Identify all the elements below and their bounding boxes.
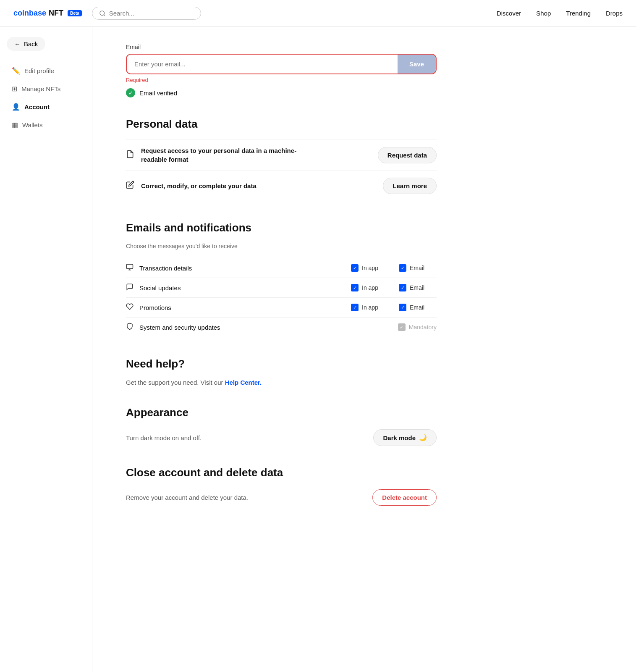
verified-text: Email verified (139, 89, 177, 97)
nav-shop[interactable]: Shop (536, 10, 551, 17)
notif-label-promotions: Promotions (139, 304, 351, 311)
verified-check-icon: ✓ (126, 88, 135, 97)
search-bar[interactable] (92, 7, 201, 20)
notif-checks-social: ✓ In app ✓ Email (351, 284, 437, 291)
dark-mode-label: Dark mode (383, 434, 416, 441)
notifications-title: Emails and notifications (126, 221, 437, 234)
help-text-before: Get the support you need. Visit our (126, 379, 225, 386)
personal-data-section: Personal data Request access to your per… (126, 118, 437, 201)
nav-trending[interactable]: Trending (566, 10, 591, 17)
personal-data-title: Personal data (126, 118, 437, 131)
notif-label-social: Social updates (139, 284, 351, 291)
help-section: Need help? Get the support you need. Vis… (126, 357, 437, 386)
inapp-checkbox-social[interactable]: ✓ (351, 284, 359, 291)
email-field[interactable] (127, 55, 398, 74)
logo-area: coinbase NFT Beta (13, 9, 82, 18)
email-label: Email (126, 44, 437, 50)
help-text: Get the support you need. Visit our Help… (126, 379, 437, 386)
email-verified-row: ✓ Email verified (126, 88, 437, 97)
manage-nfts-icon: ⊞ (12, 85, 17, 93)
email-pair-promotions: ✓ Email (399, 304, 437, 311)
appearance-row: Turn dark mode on and off. Dark mode 🌙 (126, 428, 437, 446)
email-input-row: Save (126, 54, 437, 74)
email-label-transaction: Email (410, 265, 424, 271)
sidebar: ← Back ✏️ Edit profile ⊞ Manage NFTs 👤 A… (0, 27, 92, 672)
help-center-link[interactable]: Help Center. (225, 379, 262, 386)
appearance-section: Appearance Turn dark mode on and off. Da… (126, 406, 437, 446)
inapp-label-transaction: In app (362, 265, 378, 271)
svg-line-1 (104, 15, 105, 16)
wallets-icon: ▦ (12, 121, 18, 129)
edit-profile-icon: ✏️ (12, 67, 20, 75)
delete-section: Close account and delete data Remove you… (126, 466, 437, 506)
notif-row-security: System and security updates ✓ Mandatory (126, 317, 437, 337)
logo-nft: NFT (49, 9, 63, 18)
required-text: Required (126, 77, 437, 83)
sidebar-item-account[interactable]: 👤 Account (7, 99, 85, 115)
moon-icon: 🌙 (419, 434, 427, 441)
request-data-button[interactable]: Request data (378, 147, 437, 163)
search-input[interactable] (109, 10, 194, 17)
beta-badge: Beta (68, 10, 82, 16)
sidebar-label-edit-profile: Edit profile (24, 67, 54, 74)
svg-rect-2 (127, 264, 133, 269)
notif-row-promotions: Promotions ✓ In app ✓ Email (126, 297, 437, 317)
delete-row: Remove your account and delete your data… (126, 488, 437, 506)
sidebar-item-wallets[interactable]: ▦ Wallets (7, 117, 85, 133)
notif-row-transaction: Transaction details ✓ In app ✓ Email (126, 258, 437, 278)
delete-text: Remove your account and delete your data… (126, 494, 248, 501)
notif-checks-security: ✓ Mandatory (398, 323, 437, 331)
learn-more-button[interactable]: Learn more (383, 178, 437, 194)
sidebar-item-manage-nfts[interactable]: ⊞ Manage NFTs (7, 81, 85, 97)
inapp-pair-social: ✓ In app (351, 284, 389, 291)
sidebar-label-manage-nfts: Manage NFTs (21, 85, 60, 92)
back-arrow-icon: ← (14, 40, 21, 47)
svg-point-0 (100, 11, 105, 16)
inapp-checkbox-promotions[interactable]: ✓ (351, 304, 359, 311)
delete-account-button[interactable]: Delete account (372, 489, 437, 506)
personal-data-row-1: Correct, modify, or complete your data L… (126, 171, 437, 201)
promotions-icon (126, 303, 133, 312)
notif-checks-promotions: ✓ In app ✓ Email (351, 304, 437, 311)
dark-mode-button[interactable]: Dark mode 🌙 (373, 429, 437, 446)
mandatory-label-security: Mandatory (409, 324, 437, 331)
back-button[interactable]: ← Back (7, 37, 45, 51)
save-button[interactable]: Save (398, 55, 436, 74)
email-checkbox-promotions[interactable]: ✓ (399, 304, 406, 311)
email-label-social: Email (410, 284, 424, 291)
main-content: Email Save Required ✓ Email verified Per… (92, 27, 470, 672)
account-icon: 👤 (12, 103, 20, 111)
nav-drops[interactable]: Drops (606, 10, 623, 17)
nav-links: Discover Shop Trending Drops (497, 10, 623, 17)
security-icon (126, 323, 133, 332)
back-label: Back (24, 40, 38, 47)
email-checkbox-transaction[interactable]: ✓ (399, 264, 406, 272)
inapp-pair-promotions: ✓ In app (351, 304, 389, 311)
nav-discover[interactable]: Discover (497, 10, 521, 17)
inapp-pair-transaction: ✓ In app (351, 264, 389, 272)
mandatory-pair-security: ✓ Mandatory (398, 323, 437, 331)
email-section: Email Save Required ✓ Email verified (126, 44, 437, 97)
email-checkbox-social[interactable]: ✓ (399, 284, 406, 291)
transaction-icon (126, 263, 133, 273)
notifications-subtitle: Choose the messages you'd like to receiv… (126, 243, 437, 249)
email-pair-social: ✓ Email (399, 284, 437, 291)
logo-coinbase: coinbase (13, 9, 46, 18)
sidebar-item-edit-profile[interactable]: ✏️ Edit profile (7, 63, 85, 79)
personal-data-row-0: Request access to your personal data in … (126, 139, 437, 171)
appearance-text: Turn dark mode on and off. (126, 434, 202, 441)
notif-label-security: System and security updates (139, 324, 398, 331)
notif-checks-transaction: ✓ In app ✓ Email (351, 264, 437, 272)
help-title: Need help? (126, 357, 437, 370)
notifications-section: Emails and notifications Choose the mess… (126, 221, 437, 337)
personal-data-text-1: Correct, modify, or complete your data (141, 181, 256, 190)
personal-data-text-0: Request access to your personal data in … (141, 146, 317, 164)
pencil-icon (126, 181, 134, 191)
inapp-checkbox-transaction[interactable]: ✓ (351, 264, 359, 272)
delete-title: Close account and delete data (126, 466, 437, 479)
mandatory-checkbox-security: ✓ (398, 323, 406, 331)
sidebar-label-wallets: Wallets (22, 121, 43, 129)
inapp-label-promotions: In app (362, 304, 378, 311)
social-icon (126, 283, 133, 292)
document-icon (126, 150, 134, 160)
